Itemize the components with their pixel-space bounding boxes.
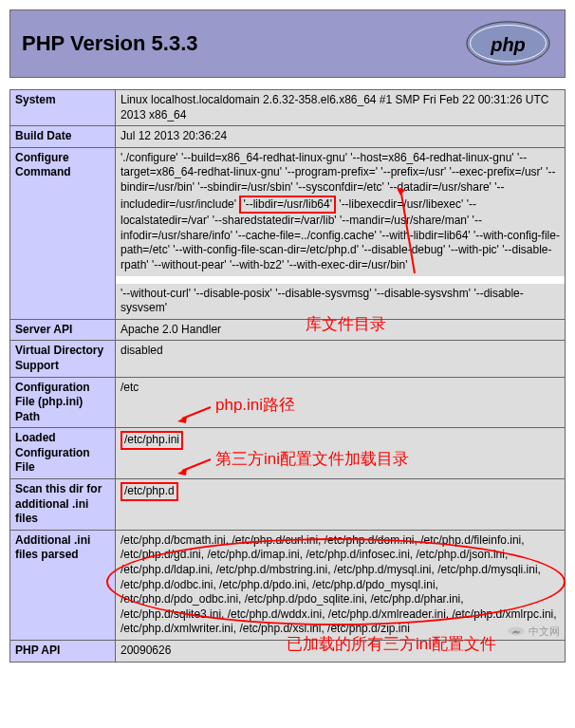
- row-loaded-config: Loaded Configuration File /etc/php.ini 第…: [10, 428, 566, 479]
- value-server-api: Apache 2.0 Handler 库文件目录: [116, 319, 566, 341]
- svg-text:php: php: [511, 628, 520, 633]
- annotation-third-party: 第三方ini配置文件加载目录: [215, 449, 409, 470]
- row-php-api: PHP API 20090626 已加载的所有三方ini配置文件: [10, 641, 566, 663]
- watermark: php 中文网: [508, 625, 560, 638]
- label-config-path: Configuration File (php.ini) Path: [10, 377, 116, 428]
- scan-dir-highlight: /etc/php.d: [121, 482, 178, 501]
- arrow-phpini: [177, 404, 215, 423]
- value-additional-ini: /etc/php.d/bcmath.ini, /etc/php.d/curl.i…: [116, 530, 566, 640]
- arrow-third-party: [177, 457, 215, 476]
- php-api-text: 20090626: [121, 644, 171, 657]
- row-vds: Virtual Directory Support disabled: [10, 341, 566, 377]
- watermark-logo-icon: php: [508, 626, 525, 636]
- row-config-path: Configuration File (php.ini) Path /etc p…: [10, 377, 566, 428]
- label-build-date: Build Date: [10, 126, 116, 148]
- svg-marker-8: [177, 468, 187, 476]
- value-configure-pre: './configure' '--build=x86_64-redhat-lin…: [116, 147, 566, 275]
- value-vds: disabled: [116, 341, 566, 377]
- phpinfo-header: PHP Version 5.3.3 php: [9, 9, 566, 78]
- label-system: System: [10, 90, 116, 126]
- label-scan-dir: Scan this dir for additional .ini files: [10, 479, 116, 531]
- value-scan-dir: /etc/php.d: [116, 479, 566, 531]
- row-configure: Configure Command './configure' '--build…: [10, 147, 566, 275]
- value-build-date: Jul 12 2013 20:36:24: [116, 126, 566, 148]
- additional-ini-text: /etc/php.d/bcmath.ini, /etc/php.d/curl.i…: [121, 533, 557, 636]
- row-build-date: Build Date Jul 12 2013 20:36:24: [10, 126, 566, 148]
- value-loaded-config: /etc/php.ini 第三方ini配置文件加载目录: [116, 428, 566, 479]
- page-title: PHP Version 5.3.3: [22, 31, 197, 56]
- svg-line-7: [182, 459, 211, 471]
- row-scan-dir: Scan this dir for additional .ini files …: [10, 479, 566, 531]
- label-additional-ini: Additional .ini files parsed: [10, 530, 116, 640]
- label-vds: Virtual Directory Support: [10, 341, 116, 377]
- label-loaded-config: Loaded Configuration File: [10, 428, 116, 479]
- server-api-text: Apache 2.0 Handler: [121, 323, 221, 336]
- row-additional-ini: Additional .ini files parsed /etc/php.d/…: [10, 530, 566, 640]
- config-path-text: /etc: [121, 381, 139, 394]
- php-logo: php: [463, 20, 553, 67]
- value-config-path: /etc php.ini路径: [116, 377, 566, 428]
- value-php-api: 20090626 已加载的所有三方ini配置文件: [116, 641, 566, 663]
- value-system: Linux localhost.localdomain 2.6.32-358.e…: [116, 90, 566, 126]
- label-configure: Configure Command: [10, 147, 116, 319]
- row-system: System Linux localhost.localdomain 2.6.3…: [10, 90, 566, 126]
- phpinfo-table: System Linux localhost.localdomain 2.6.3…: [9, 89, 566, 663]
- annotation-phpini: php.ini路径: [215, 395, 295, 416]
- row-server-api: Server API Apache 2.0 Handler 库文件目录: [10, 319, 566, 341]
- watermark-text: 中文网: [529, 625, 560, 638]
- value-configure-post: '--without-curl' '--disable-posix' '--di…: [116, 284, 566, 320]
- label-server-api: Server API: [10, 319, 116, 341]
- label-php-api: PHP API: [10, 641, 116, 663]
- svg-line-5: [182, 407, 211, 419]
- svg-text:php: php: [490, 34, 526, 55]
- svg-marker-6: [177, 416, 187, 423]
- loaded-config-highlight: /etc/php.ini: [121, 431, 183, 450]
- libdir-highlight: '--libdir=/usr/lib64': [239, 196, 336, 215]
